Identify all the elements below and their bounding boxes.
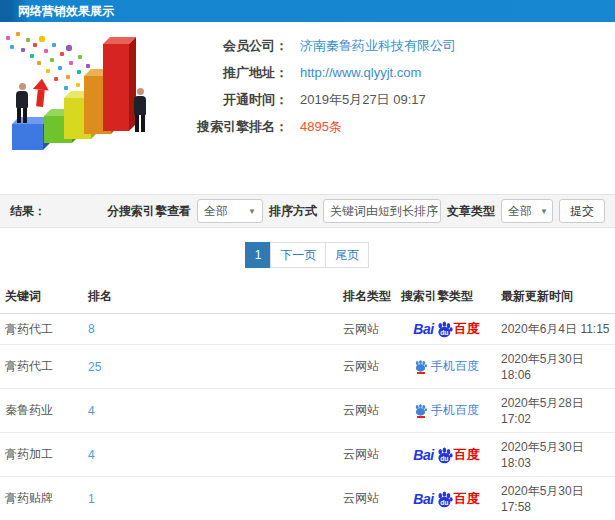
rank-type-cell: 云网站	[338, 345, 396, 389]
page-header: 网络营销效果展示	[0, 0, 615, 22]
svg-text:du: du	[440, 498, 448, 505]
engine-cell: 手机百度	[396, 389, 496, 433]
hero-section: 会员公司： 济南秦鲁药业科技有限公司 推广地址： http://www.qlyy…	[0, 22, 615, 190]
keyword-cell: 膏药代工	[0, 314, 83, 345]
rank-cell: 1	[83, 477, 338, 520]
businessman-left	[16, 83, 28, 123]
engine-cell: Bai du 百度	[396, 433, 496, 477]
engine-filter-select[interactable]: 全部 ▼	[197, 199, 263, 223]
results-filter-bar: 结果： 分搜索引擎查看 全部 ▼ 排序方式 关键词由短到长排序 ▼ 文章类型 全…	[0, 194, 615, 228]
baidu-logo: Bai du 百度	[413, 446, 479, 464]
update-time-cell: 2020年5月30日 18:03	[496, 433, 615, 477]
article-type-label: 文章类型	[447, 203, 495, 220]
engine-cell: Bai du 百度	[396, 477, 496, 520]
engine-cell: 手机百度	[396, 345, 496, 389]
chevron-down-icon: ▼	[532, 207, 548, 216]
pagination: 1 下一页 尾页	[0, 242, 615, 268]
confetti-decoration	[6, 36, 10, 40]
company-label: 会员公司：	[170, 37, 288, 55]
mobile-baidu-logo: 手机百度	[414, 402, 479, 419]
baidu-paw-icon: du	[435, 490, 453, 508]
baidu-logo: Bai du 百度	[413, 320, 479, 338]
svg-text:du: du	[440, 454, 448, 461]
engine-cell: Bai du 百度	[396, 314, 496, 345]
baidu-paw-icon	[414, 360, 427, 372]
rank-cell: 8	[83, 314, 338, 345]
open-time-value: 2019年5月27日 09:17	[300, 91, 426, 109]
filters-group: 分搜索引擎查看 全部 ▼ 排序方式 关键词由短到长排序 ▼ 文章类型 全部 ▼ …	[107, 199, 605, 223]
header-update-time: 最新更新时间	[496, 280, 615, 314]
table-row: 膏药代工 25 云网站 手机百度 2020年5月30日 18:06	[0, 345, 615, 389]
rank-type-cell: 云网站	[338, 314, 396, 345]
update-time-cell: 2020年5月28日 17:02	[496, 389, 615, 433]
rank-link[interactable]: 1	[88, 492, 95, 506]
engine-filter-label: 分搜索引擎查看	[107, 203, 191, 220]
article-type-select[interactable]: 全部 ▼	[501, 199, 553, 223]
baidu-paw-icon: du	[435, 446, 453, 464]
sort-filter-select[interactable]: 关键词由短到长排序 ▼	[323, 199, 441, 223]
article-type-value: 全部	[508, 203, 532, 220]
chart-bar-blue	[12, 124, 43, 150]
info-row-open-time: 开通时间： 2019年5月27日 09:17	[170, 86, 570, 113]
keyword-cell: 膏药贴牌	[0, 477, 83, 520]
table-header-row: 关键词 排名 排名类型 搜索引擎类型 最新更新时间	[0, 280, 615, 314]
rank-cell: 4	[83, 433, 338, 477]
header-keyword: 关键词	[0, 280, 83, 314]
rank-link[interactable]: 4	[88, 448, 95, 462]
sort-filter-label: 排序方式	[269, 203, 317, 220]
header-rank-type: 排名类型	[338, 280, 396, 314]
member-info: 会员公司： 济南秦鲁药业科技有限公司 推广地址： http://www.qlyy…	[170, 32, 570, 140]
info-row-company: 会员公司： 济南秦鲁药业科技有限公司	[170, 32, 570, 59]
header-rank: 排名	[83, 280, 338, 314]
open-time-label: 开通时间：	[170, 91, 288, 109]
rank-cell: 25	[83, 345, 338, 389]
sort-filter-value: 关键词由短到长排序	[330, 203, 438, 220]
mobile-baidu-logo: 手机百度	[414, 358, 479, 375]
keyword-cell: 膏药加工	[0, 433, 83, 477]
businessman-right	[134, 88, 146, 132]
engine-filter-value: 全部	[204, 203, 228, 220]
update-time-cell: 2020年6月4日 11:15	[496, 314, 615, 345]
company-link[interactable]: 济南秦鲁药业科技有限公司	[300, 37, 456, 55]
ranking-count-label: 搜索引擎排名：	[170, 118, 288, 136]
info-row-url: 推广地址： http://www.qlyyjt.com	[170, 59, 570, 86]
rank-type-cell: 云网站	[338, 433, 396, 477]
baidu-paw-icon: du	[435, 320, 453, 338]
rank-cell: 4	[83, 389, 338, 433]
info-row-ranking-count: 搜索引擎排名： 4895条	[170, 113, 570, 140]
svg-text:du: du	[440, 329, 448, 336]
rank-type-cell: 云网站	[338, 389, 396, 433]
baidu-redline-decoration	[417, 372, 425, 374]
table-body: 膏药代工 8 云网站 Bai du 百度 2020年6月4日 11:15 膏药代…	[0, 314, 615, 520]
ranking-table: 关键词 排名 排名类型 搜索引擎类型 最新更新时间 膏药代工 8 云网站 Bai…	[0, 280, 615, 520]
bar-chart-illustration	[0, 26, 175, 188]
submit-button[interactable]: 提交	[559, 199, 605, 223]
rank-type-cell: 云网站	[338, 477, 396, 520]
rank-link[interactable]: 8	[88, 322, 95, 336]
header-engine-type: 搜索引擎类型	[396, 280, 496, 314]
update-time-cell: 2020年5月30日 17:58	[496, 477, 615, 520]
chart-bar-red	[103, 44, 129, 131]
table-row: 膏药贴牌 1 云网站 Bai du 百度 2020年5月30日 17:58	[0, 477, 615, 520]
baidu-paw-icon	[414, 404, 427, 416]
results-label: 结果：	[10, 203, 46, 220]
last-page-button[interactable]: 尾页	[325, 242, 369, 268]
table-row: 膏药代工 8 云网站 Bai du 百度 2020年6月4日 11:15	[0, 314, 615, 345]
keyword-cell: 膏药代工	[0, 345, 83, 389]
next-page-button[interactable]: 下一页	[270, 242, 326, 268]
rank-link[interactable]: 25	[88, 360, 101, 374]
rank-link[interactable]: 4	[88, 404, 95, 418]
baidu-redline-decoration	[417, 416, 425, 418]
chevron-down-icon: ▼	[240, 207, 256, 216]
promo-url-label: 推广地址：	[170, 64, 288, 82]
table-row: 膏药加工 4 云网站 Bai du 百度 2020年5月30日 18:03	[0, 433, 615, 477]
update-time-cell: 2020年5月30日 18:06	[496, 345, 615, 389]
page-1-button[interactable]: 1	[245, 242, 272, 268]
keyword-cell: 秦鲁药业	[0, 389, 83, 433]
ranking-count-value: 4895条	[300, 118, 342, 136]
promo-url-link[interactable]: http://www.qlyyjt.com	[300, 65, 421, 80]
table-row: 秦鲁药业 4 云网站 手机百度 2020年5月28日 17:02	[0, 389, 615, 433]
baidu-logo: Bai du 百度	[413, 490, 479, 508]
page-title: 网络营销效果展示	[18, 4, 114, 18]
